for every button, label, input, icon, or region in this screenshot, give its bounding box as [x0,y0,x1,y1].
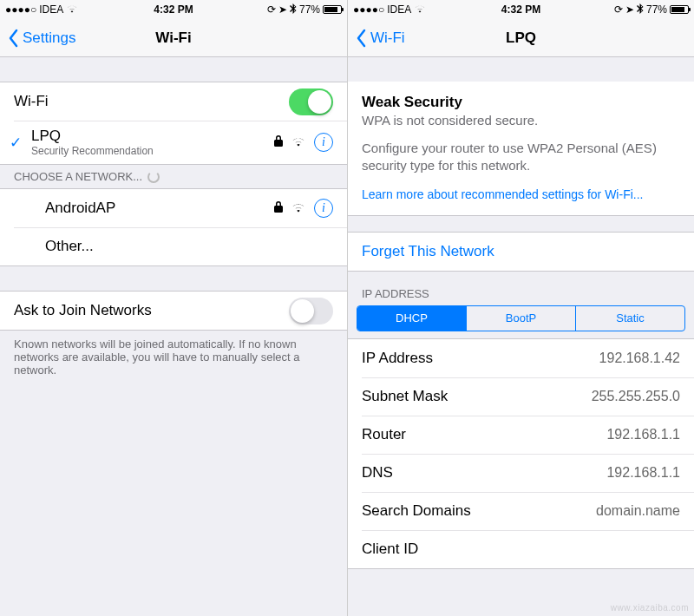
ip-row[interactable]: IP Address192.168.1.42 [348,339,694,377]
wifi-label: Wi-Fi [14,93,49,110]
weak-security-title: Weak Security [362,94,680,111]
ip-row[interactable]: Client ID [348,530,694,568]
wifi-toggle-row: Wi-Fi [0,82,347,121]
back-button[interactable]: Settings [7,29,75,48]
network-name: AndroidAP [45,200,115,216]
network-detail-screen: ●●●●○ IDEA 4:32 PM ⟳ ➤ 77% Wi-Fi LPQ Wea… [347,0,694,616]
ask-footer: Known networks will be joined automatica… [0,331,347,377]
signal-dots-icon: ●●●●○ [353,3,384,16]
wifi-signal-icon [291,200,305,217]
location-icon: ➤ [625,3,634,16]
spinner-icon [147,171,160,183]
lock-icon [274,134,283,151]
ip-mode-segmented-control[interactable]: DHCP BootP Static [357,305,685,331]
network-row[interactable]: AndroidAP i [0,189,347,227]
watermark: www.xiazaiba.com [611,603,689,613]
segment-static[interactable]: Static [575,306,684,331]
ip-row-label: Search Domains [362,502,471,520]
wifi-status-icon [414,3,426,16]
bluetooth-icon [637,3,644,16]
ip-row-label: IP Address [362,350,433,367]
back-button[interactable]: Wi-Fi [355,29,405,48]
connected-network-subtitle: Security Recommendation [31,145,274,157]
ip-row[interactable]: DNS192.168.1.1 [348,454,694,492]
ip-row[interactable]: Search Domainsdomain.name [348,492,694,530]
battery-icon [670,5,689,14]
ip-row-value: domain.name [596,503,680,519]
battery-icon [323,5,342,14]
carrier-label: IDEA [387,3,411,16]
checkmark-icon: ✓ [10,134,22,152]
ip-row[interactable]: Subnet Mask255.255.255.0 [348,377,694,416]
nav-bar: Settings Wi-Fi [0,19,347,57]
battery-percent: 77% [646,3,667,16]
connected-network-row[interactable]: ✓ LPQ Security Recommendation i [0,121,347,164]
ip-row-value: 255.255.255.0 [592,389,680,404]
ip-row-value: 192.168.1.1 [606,465,680,481]
info-icon[interactable]: i [314,199,333,218]
ip-row-label: Client ID [362,541,418,558]
chevron-left-icon [355,29,367,48]
connected-network-name: LPQ [31,128,274,145]
choose-network-header: CHOOSE A NETWORK... [0,165,347,188]
wifi-toggle[interactable] [289,88,333,115]
ip-row-label: DNS [362,464,393,482]
ip-row-label: Subnet Mask [362,388,448,405]
wifi-settings-screen: ●●●●○ IDEA 4:32 PM ⟳ ➤ 77% Settings Wi-F… [0,0,347,616]
info-icon[interactable]: i [314,133,333,152]
weak-security-link[interactable]: Learn more about recommended settings fo… [362,187,680,201]
back-label: Settings [23,29,75,47]
lock-icon [274,200,283,217]
other-network-row[interactable]: Other... [0,227,347,265]
chevron-left-icon [7,29,19,48]
location-icon: ➤ [278,3,287,16]
forget-network-button[interactable]: Forget This Network [348,233,694,271]
battery-percent: 77% [299,3,320,16]
bluetooth-icon [290,3,297,16]
carrier-label: IDEA [39,3,63,16]
rotation-lock-icon: ⟳ [267,3,276,16]
segment-dhcp[interactable]: DHCP [357,306,466,331]
segment-bootp[interactable]: BootP [466,306,575,331]
status-bar: ●●●●○ IDEA 4:32 PM ⟳ ➤ 77% [0,0,347,19]
nav-bar: Wi-Fi LPQ [348,19,694,57]
wifi-signal-icon [291,134,305,151]
ask-label: Ask to Join Networks [14,302,152,319]
ip-address-header: IP ADDRESS [348,272,694,305]
ask-toggle[interactable] [289,298,333,324]
ip-row[interactable]: Router192.168.1.1 [348,416,694,454]
signal-dots-icon: ●●●●○ [5,3,36,16]
weak-security-desc: Configure your router to use WPA2 Person… [362,140,680,175]
ip-detail-group: IP Address192.168.1.42Subnet Mask255.255… [348,338,694,569]
back-label: Wi-Fi [370,29,405,47]
ip-row-value: 192.168.1.42 [599,351,680,366]
other-label: Other... [45,238,94,255]
status-bar: ●●●●○ IDEA 4:32 PM ⟳ ➤ 77% [348,0,694,19]
weak-security-block: Weak Security WPA is not considered secu… [348,82,694,216]
ip-row-value: 192.168.1.1 [606,427,680,442]
ip-row-label: Router [362,426,406,443]
wifi-status-icon [66,3,78,16]
ask-to-join-row: Ask to Join Networks [0,292,347,330]
rotation-lock-icon: ⟳ [614,3,623,16]
weak-security-subtitle: WPA is not considered secure. [362,113,680,128]
